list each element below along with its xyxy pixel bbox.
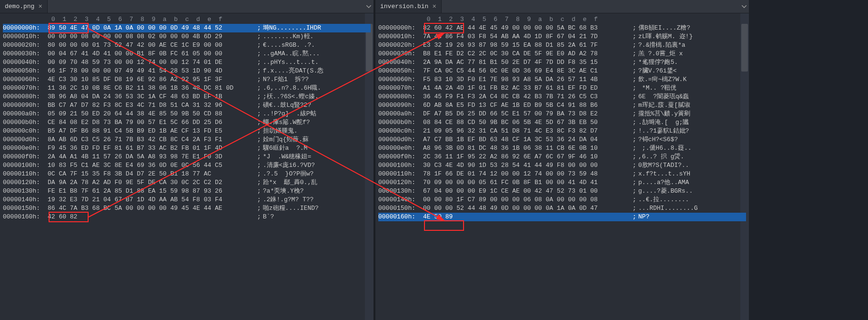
hex-row[interactable]: 00000090h: BB C7 A7 D7 82 F3 8C E3 4C 71…	[3, 101, 371, 110]
row-address: 000000c0h:	[378, 127, 423, 135]
hex-row[interactable]: 00000030h: B8 E1 FE D2 C2 2C 0C 30 CA DE…	[378, 50, 746, 58]
hex-row[interactable]: 000000d0h: 8A AB 6D C3 C5 26 71 7B B3 42…	[3, 135, 371, 144]
row-address: 000000d0h:	[3, 135, 48, 144]
hex-row[interactable]: 00000030h: 00 04 67 41 4D 41 00 00 B1 8F…	[3, 50, 371, 58]
tab-inversion-bin[interactable]: inversion.bin ×	[375, 0, 442, 13]
row-separator: ;	[253, 93, 259, 101]
row-ascii: 驟6眶針a ?.M	[259, 144, 371, 153]
hex-row[interactable]: 00000060h: F5 83 10 3D F0 E1 7E 98 93 A8…	[378, 75, 746, 84]
hex-row[interactable]: 00000130h: 67 04 00 00 00 E9 1C CE AE 00…	[378, 187, 746, 196]
hex-row[interactable]: 00000160h: 42 60 82 ; B`?	[3, 213, 371, 221]
row-bytes: A8 96 3B 0D 81 DC 48 36 1B 06 38 11 CB 6…	[423, 144, 629, 153]
hex-row[interactable]: 00000060h: 4E C3 30 10 85 DF D8 19 6E 92…	[3, 75, 371, 84]
row-bytes: F5 83 10 3D F0 E1 7E 98 93 A8 5A DA 26 5…	[423, 75, 629, 84]
row-separator: ;	[629, 178, 635, 187]
row-address: 000000f0h:	[3, 153, 48, 161]
hex-area-left[interactable]: 0 1 2 3 4 5 6 7 8 9 a b c d e f 00000000…	[0, 13, 373, 224]
hex-row[interactable]: 000000a0h: DF A7 B5 D6 25 DD 66 5C E1 57…	[378, 110, 746, 118]
row-separator: ;	[253, 84, 259, 93]
hex-row[interactable]: 000000b0h: 08 84 CE 88 CD 50 9B BC 06 5B…	[378, 118, 746, 127]
row-bytes: CE 84 08 E2 D8 73 BA 79 00 57 E1 5C 66 D…	[48, 118, 253, 127]
hex-row[interactable]: 00000150h: 00 00 00 52 44 48 49 0D 00 00…	[378, 204, 746, 213]
row-address: 00000130h:	[378, 187, 423, 196]
hex-row[interactable]: 00000110h: 78 1F 66 DE 01 74 12 00 00 12…	[378, 170, 746, 178]
row-separator: ;	[253, 187, 259, 196]
row-bytes: 3B 96 A8 04 DA 24 36 53 3C 1A CF 48 63 B…	[48, 93, 253, 101]
row-bytes: 21 09 05 96 32 31 CA 51 D8 71 4C E3 8C F…	[423, 127, 629, 135]
row-ascii: .清廉<庞i6.?VD?	[259, 161, 371, 170]
row-ascii: 6E ?闇菱珁q&蠢	[635, 93, 746, 101]
row-ascii: 担叻嫸腫鬼.	[259, 127, 371, 135]
hex-row[interactable]: 00000080h: 3B 96 A8 04 DA 24 36 53 3C 1A…	[3, 93, 371, 101]
row-address: 00000150h:	[378, 204, 423, 213]
hex-row[interactable]: 00000000h: 82 60 42 AE 44 4E 45 49 00 00…	[378, 24, 746, 32]
hex-row[interactable]: 000000b0h: CE 84 08 E2 D8 73 BA 79 00 57…	[3, 118, 371, 127]
hex-row[interactable]: 000000e0h: F9 45 36 ED FD EF 81 61 B7 33…	[3, 144, 371, 153]
row-ascii: 跲*x 鄢_蕣0.,乱	[259, 178, 371, 187]
hex-row[interactable]: 000000a0h: 05 09 21 50 ED 20 64 44 38 4E…	[3, 110, 371, 118]
hex-row[interactable]: 000000e0h: A8 96 3B 0D 81 DC 48 36 1B 06…	[378, 144, 746, 153]
row-bytes: 66 1F 78 00 00 00 07 49 49 41 54 28 53 1…	[48, 67, 253, 75]
hex-row[interactable]: 00000010h: 7A 4C 86 F4 03 F8 54 AB AA 4D…	[378, 32, 746, 41]
hex-row[interactable]: 00000080h: 36 45 F9 F1 F3 2A C4 8C CB 42…	[378, 93, 746, 101]
row-bytes: 89 50 4E 47 0D 0A 1A 0A 00 00 00 0D 49 4…	[48, 24, 253, 32]
hex-row[interactable]: 00000160h: 4E 50 89 ; NP?	[378, 213, 746, 221]
row-bytes: 00 00 80 1F C7 89 00 00 00 06 08 0A 00 0…	[423, 196, 629, 204]
hex-row[interactable]: 00000040h: 00 09 70 48 59 73 00 00 12 74…	[3, 58, 371, 67]
hex-row[interactable]: 00000100h: 10 83 F5 C1 AE 3C 8E E4 69 36…	[3, 161, 371, 170]
hex-row[interactable]: 00000000h: 89 50 4E 47 0D 0A 1A 0A 00 00…	[3, 24, 371, 32]
row-address: 000000b0h:	[378, 118, 423, 127]
hex-row[interactable]: 000000f0h: 2C 36 11 1F 95 22 A2 86 92 6E…	[378, 153, 746, 161]
hex-row[interactable]: 00000050h: 66 1F 78 00 00 00 07 49 49 41…	[3, 67, 371, 75]
row-address: 000000a0h:	[378, 110, 423, 118]
row-bytes: 2C 36 11 1F 95 22 A2 86 92 6E A7 6C 67 9…	[423, 153, 629, 161]
row-address: 00000090h:	[378, 101, 423, 110]
hex-row[interactable]: 00000120h: 70 09 00 00 00 05 61 FC 0B 8F…	[378, 178, 746, 187]
tab-title: demo.png	[5, 3, 34, 10]
hex-row[interactable]: 00000140h: 19 32 E3 7D 21 04 67 B7 1D 4D…	[3, 196, 371, 204]
tab-dropdown-left[interactable]	[364, 0, 373, 13]
row-bytes: DA 9A 2A 78 A2 AD F0 9E 5F DE CA 30 0C 2…	[48, 178, 253, 187]
hex-row[interactable]: 00000010h: 00 00 00 08 00 00 00 08 08 02…	[3, 32, 371, 41]
hex-row[interactable]: 00000140h: 00 00 80 1F C7 89 00 00 00 06…	[378, 196, 746, 204]
row-ascii: 啪z砲糧....IEND?	[259, 204, 371, 213]
hex-area-right[interactable]: 0 1 2 3 4 5 6 7 8 9 a b c d e f 00000000…	[375, 13, 749, 224]
row-separator: ;	[629, 93, 635, 101]
row-separator: ;	[253, 135, 259, 144]
row-ascii: B`?	[259, 213, 371, 221]
tab-dropdown-right[interactable]	[739, 0, 749, 13]
close-icon[interactable]: ×	[432, 3, 436, 10]
hex-row[interactable]: 000000c0h: 21 09 05 96 32 31 CA 51 D8 71…	[378, 127, 746, 135]
hex-row[interactable]: 00000050h: 7F CA 0C C5 44 56 0C 0E 0D 36…	[378, 67, 746, 75]
row-address: 00000020h:	[3, 41, 48, 50]
hex-row[interactable]: 00000040h: 2A 9A DA AC 77 81 B1 50 2E D7…	[378, 58, 746, 67]
row-address: 00000120h:	[378, 178, 423, 187]
row-bytes: BB C7 A7 D7 82 F3 8C E3 4C 71 D8 51 CA 3…	[48, 101, 253, 110]
column-header-right: 0 1 2 3 4 5 6 7 8 9 a b c d e f	[378, 15, 746, 24]
hex-row[interactable]: 00000070h: A1 4A 2A 4D 1F 01 FB B2 AC 33…	[378, 84, 746, 93]
row-ascii: 蠅.庫s簓.W酡f?	[259, 118, 371, 127]
tab-demo-png[interactable]: demo.png ×	[0, 0, 48, 13]
hex-row[interactable]: 00000090h: 6D AB 8A E5 FD 13 CF AE 1B ED…	[378, 101, 746, 110]
hex-row[interactable]: 00000070h: 11 36 2C 10 0B 8E C6 B2 11 38…	[3, 84, 371, 93]
column-header-left: 0 1 2 3 4 5 6 7 8 9 a b c d e f	[3, 15, 371, 24]
hex-row[interactable]: 00000150h: 86 4C 7A B3 68 BC 5A 00 00 00…	[3, 204, 371, 213]
hex-row[interactable]: 00000100h: 30 C3 4E 4D 90 1D 53 28 54 41…	[378, 161, 746, 170]
hex-row[interactable]: 000000f0h: 2A 4A A1 4B 11 57 26 DA 5A A8…	[3, 153, 371, 161]
hex-row[interactable]: 00000120h: DA 9A 2A 78 A2 AD F0 9E 5F DE…	[3, 178, 371, 187]
hex-row[interactable]: 000000d0h: A7 C7 BB 1B EF BD 63 48 CF 1A…	[378, 135, 746, 144]
row-address: 00000010h:	[378, 32, 423, 41]
row-bytes: 19 32 E3 7D 21 04 67 B7 1D 4D AA AB 54 F…	[48, 196, 253, 204]
row-bytes: A7 C7 BB 1B EF BD 63 48 CF 1A 3C 53 36 2…	[423, 135, 629, 144]
row-address: 00000050h:	[3, 67, 48, 75]
hex-row[interactable]: 00000110h: 0C CA 7F 15 35 F8 3B D4 D7 2E…	[3, 170, 371, 178]
hex-row[interactable]: 000000c0h: B5 A7 DF B6 88 91 C4 5B B9 ED…	[3, 127, 371, 135]
row-ascii: 0肷M?S(TADI?..	[635, 161, 746, 170]
close-icon[interactable]: ×	[38, 3, 42, 10]
row-address: 00000030h:	[3, 50, 48, 58]
row-bytes: 86 4C 7A B3 68 BC 5A 00 00 00 00 49 45 4…	[48, 204, 253, 213]
hex-row[interactable]: 00000020h: E3 32 19 26 93 87 98 59 15 EA…	[378, 41, 746, 50]
row-ascii: x.f?t...t..sYH	[635, 170, 746, 178]
hex-row[interactable]: 00000130h: FE E1 B8 7F 61 2A 85 D1 88 EA…	[3, 187, 371, 196]
hex-row[interactable]: 00000020h: 80 00 00 00 01 73 52 47 42 00…	[3, 41, 371, 50]
